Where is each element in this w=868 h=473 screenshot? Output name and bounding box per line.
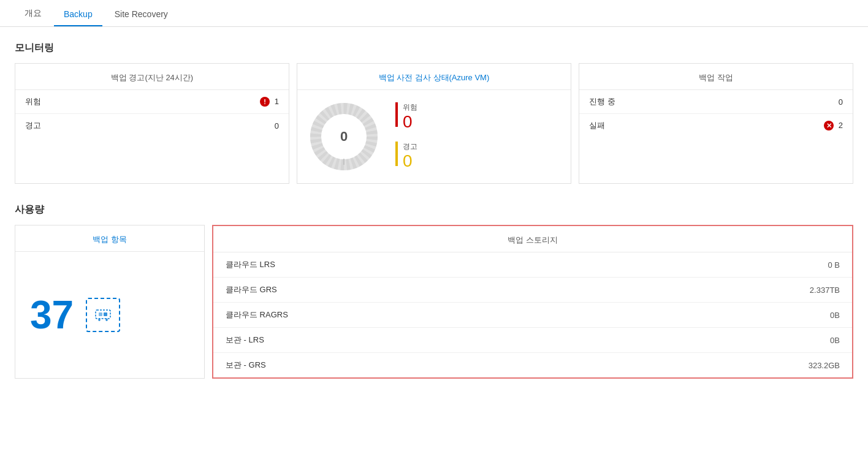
backup-storage-card: 백업 스토리지 클라우드 LRS 0 B 클라우드 GRS 2.337TB 클라… <box>212 225 853 379</box>
donut-center-value: 0 <box>340 129 348 145</box>
storage-value-lrs: 0 B <box>602 252 852 278</box>
svg-rect-3 <box>96 310 110 319</box>
backup-precheck-card: 백업 사전 검사 상태(Azure VM) 0 <box>297 63 571 184</box>
svg-rect-4 <box>99 312 102 316</box>
table-row[interactable]: 실패 ✕ 2 <box>579 114 853 138</box>
backup-job-card: 백업 작업 진행 중 0 실패 ✕ 2 <box>579 63 853 184</box>
svg-rect-5 <box>104 312 107 316</box>
storage-value-archive-grs: 323.2GB <box>602 353 852 378</box>
backup-count: 37 <box>30 295 74 335</box>
usage-row: 백업 항목 37 백업 스토 <box>15 225 853 379</box>
legend-text-danger: 위험 0 <box>403 102 417 132</box>
monitoring-section-title: 모니터링 <box>15 42 853 55</box>
legend-warning: 경고 0 <box>395 142 417 171</box>
donut-legend: 위험 0 경고 0 <box>395 102 417 171</box>
table-row[interactable]: 보관 - GRS 323.2GB <box>213 353 852 378</box>
main-content: 모니터링 백업 경고(지난 24시간) 위험 ! 1 경고 0 <box>0 27 868 393</box>
job-label-inprogress: 진행 중 <box>579 90 728 114</box>
tab-bar: 개요 Backup Site Recovery <box>0 0 868 27</box>
backup-items-body: 37 <box>15 252 204 378</box>
danger-icon: ! <box>260 97 270 107</box>
legend-value-warning: 0 <box>403 152 417 171</box>
legend-text-warning: 경고 0 <box>403 142 417 171</box>
backup-precheck-header: 백업 사전 검사 상태(Azure VM) <box>297 64 571 90</box>
storage-label-archive-lrs: 보관 - LRS <box>213 328 602 353</box>
backup-items-header: 백업 항목 <box>15 225 204 252</box>
legend-bar-red <box>395 102 398 127</box>
backup-job-header: 백업 작업 <box>579 64 853 90</box>
storage-value-ragrs: 0B <box>602 303 852 328</box>
storage-value-archive-lrs: 0B <box>602 328 852 353</box>
table-row[interactable]: 위험 ! 1 <box>15 90 289 114</box>
storage-value-grs: 2.337TB <box>602 278 852 303</box>
alert-value-warning: 0 <box>147 114 289 138</box>
job-label-fail: 실패 <box>579 114 728 138</box>
backup-storage-header: 백업 스토리지 <box>213 226 852 252</box>
legend-label-warning: 경고 <box>403 142 417 152</box>
tab-site-recovery[interactable]: Site Recovery <box>105 3 178 26</box>
fail-icon: ✕ <box>824 121 834 131</box>
legend-bar-yellow <box>395 142 398 166</box>
alert-value-danger: ! 1 <box>147 90 289 114</box>
backup-items-card: 백업 항목 37 <box>15 225 205 379</box>
tab-backup[interactable]: Backup <box>54 3 102 26</box>
tab-overview[interactable]: 개요 <box>15 2 51 26</box>
job-table: 진행 중 0 실패 ✕ 2 <box>579 90 853 137</box>
alert-label-warning: 경고 <box>15 114 147 138</box>
table-row[interactable]: 클라우드 LRS 0 B <box>213 252 852 278</box>
table-row[interactable]: 클라우드 GRS 2.337TB <box>213 278 852 303</box>
storage-label-grs: 클라우드 GRS <box>213 278 602 303</box>
alert-label-danger: 위험 <box>15 90 147 114</box>
storage-table: 클라우드 LRS 0 B 클라우드 GRS 2.337TB 클라우드 RAGRS… <box>213 252 852 377</box>
table-row[interactable]: 보관 - LRS 0B <box>213 328 852 353</box>
table-row[interactable]: 경고 0 <box>15 114 289 138</box>
storage-label-ragrs: 클라우드 RAGRS <box>213 303 602 328</box>
backup-icon-box <box>86 298 120 332</box>
job-value-fail: ✕ 2 <box>728 114 853 138</box>
backup-alert-header: 백업 경고(지난 24시간) <box>15 64 289 90</box>
donut-card-body: 0 위험 0 경고 0 <box>297 90 571 183</box>
table-row[interactable]: 진행 중 0 <box>579 90 853 114</box>
storage-label-lrs: 클라우드 LRS <box>213 252 602 278</box>
legend-label-danger: 위험 <box>403 102 417 113</box>
legend-danger: 위험 0 <box>395 102 417 132</box>
usage-section-title: 사용량 <box>15 203 853 216</box>
job-value-inprogress: 0 <box>728 90 853 114</box>
storage-label-archive-grs: 보관 - GRS <box>213 353 602 378</box>
backup-vm-icon <box>93 305 113 325</box>
alert-table: 위험 ! 1 경고 0 <box>15 90 289 137</box>
table-row[interactable]: 클라우드 RAGRS 0B <box>213 303 852 328</box>
monitoring-cards-row: 백업 경고(지난 24시간) 위험 ! 1 경고 0 <box>15 63 853 184</box>
backup-alert-card: 백업 경고(지난 24시간) 위험 ! 1 경고 0 <box>15 63 289 184</box>
donut-chart: 0 <box>307 100 381 173</box>
legend-value-danger: 0 <box>403 113 417 132</box>
